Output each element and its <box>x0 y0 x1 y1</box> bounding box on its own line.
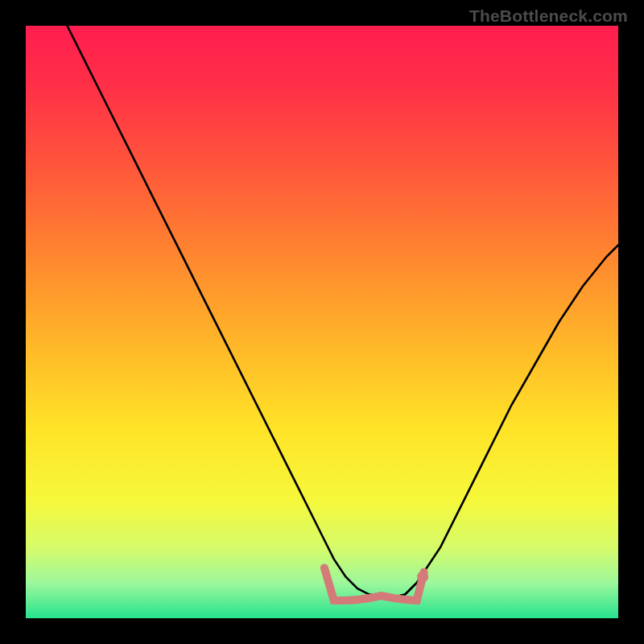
heat-gradient-background <box>26 26 618 618</box>
marker-dot <box>417 572 428 583</box>
watermark-text: TheBottleneck.com <box>469 6 628 26</box>
plot-area <box>26 26 618 618</box>
chart-svg <box>26 26 618 618</box>
chart-frame: TheBottleneck.com <box>0 0 644 644</box>
